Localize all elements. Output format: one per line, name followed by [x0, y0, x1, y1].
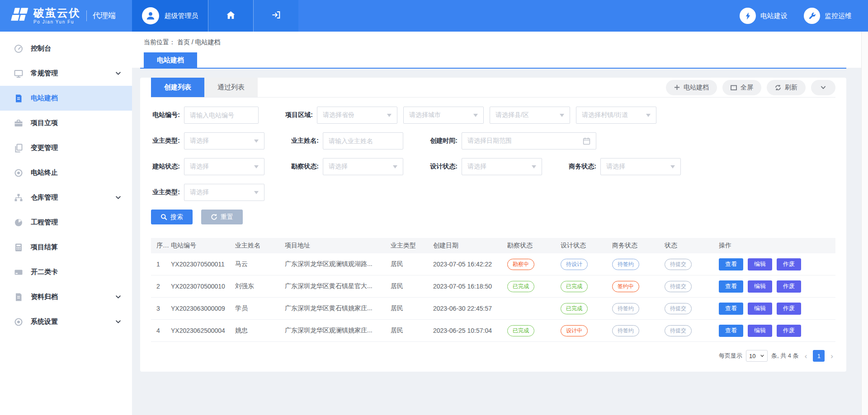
column-header: 商务状态 [612, 242, 665, 250]
cell-station-code: YX2023063000009 [171, 305, 235, 312]
breadcrumb-separator: / [192, 38, 195, 46]
content-area: 当前位置： 首页 / 电站建档 电站建档 创建列表 通过列表 电站建档 [132, 32, 868, 415]
prev-page-button[interactable]: ‹ [802, 352, 810, 360]
per-page-select[interactable]: 10 [746, 350, 768, 362]
city-select[interactable]: 请选择城市 [403, 107, 484, 124]
business-status-badge: 待签约 [612, 325, 639, 336]
survey-status-badge: 勘察中 [507, 259, 534, 270]
document-icon [14, 93, 24, 103]
void-button[interactable]: 作废 [777, 280, 801, 293]
owner-name-input[interactable] [323, 132, 403, 149]
cell-owner-name: 姚忠 [235, 326, 285, 335]
sidebar-item-warehouse-mgmt[interactable]: 仓库管理 [0, 185, 132, 210]
logout-button[interactable] [253, 0, 298, 32]
fullscreen-label: 全屏 [741, 84, 753, 92]
edit-button[interactable]: 编辑 [748, 303, 772, 315]
owner-type-2-label: 业主类型: [151, 188, 180, 196]
portal-label: 代理端 [86, 10, 116, 21]
username: 超级管理员 [165, 12, 198, 20]
owner-type-select[interactable]: 请选择 [184, 132, 264, 149]
sidebar-item-label: 开二类卡 [31, 268, 58, 276]
sidebar-item-general-mgmt[interactable]: 常规管理 [0, 61, 132, 86]
select-caret-icon [254, 191, 259, 194]
sidebar-item-engineering-mgmt[interactable]: 工程管理 [0, 210, 132, 235]
filter-row: 业主类型:请选择 [151, 184, 835, 201]
survey-status-select[interactable]: 请选择 [323, 158, 403, 175]
void-button[interactable]: 作废 [777, 325, 801, 337]
avatar [142, 7, 159, 24]
tab-created-list[interactable]: 创建列表 [151, 78, 204, 97]
filter-field-province: 项目区域:请选择省份 [284, 107, 397, 124]
page-number[interactable]: 1 [813, 350, 825, 362]
sidebar-item-project-approval[interactable]: 项目立项 [0, 111, 132, 135]
sidebar-item-station-termination[interactable]: 电站终止 [0, 160, 132, 185]
vertical-scrollbar[interactable] [861, 32, 868, 415]
fullscreen-button[interactable]: 全屏 [722, 80, 761, 95]
cell-created: 2023-07-05 16:18:50 [433, 283, 507, 290]
brand-logo-icon [9, 5, 29, 27]
column-header: 状态 [665, 242, 719, 250]
table-row: 1YX2023070500011马云广东深圳龙华区观澜镇观湖路...居民2023… [151, 253, 835, 275]
total-count-label: 条, 共 4 条 [771, 352, 799, 360]
create-station-button[interactable]: 电站建档 [666, 80, 717, 95]
view-button[interactable]: 查看 [719, 258, 743, 270]
sidebar-item-class2-card[interactable]: 开二类卡 [0, 260, 132, 284]
next-page-button[interactable]: › [828, 352, 835, 360]
sidebar-item-project-settlement[interactable]: 项目结算 [0, 235, 132, 260]
gauge-icon [14, 218, 24, 228]
select-caret-icon [254, 140, 259, 143]
cell-owner-type: 居民 [391, 304, 433, 312]
edit-button[interactable]: 编辑 [748, 280, 772, 293]
view-button[interactable]: 查看 [719, 280, 743, 293]
town-select[interactable]: 请选择村镇/街道 [576, 107, 656, 124]
reset-label: 重置 [221, 213, 233, 221]
refresh-icon [775, 84, 781, 91]
cell-station-code: YX2023070500011 [171, 261, 235, 268]
filter-field-business-status: 商务状态:请选择 [567, 158, 681, 175]
refresh-button[interactable]: 刷新 [767, 80, 806, 95]
user-segment[interactable]: 超级管理员 [132, 0, 208, 32]
filter-field-create-time: 创建时间:请选择日期范围 [429, 132, 596, 149]
page-title-tab[interactable]: 电站建档 [144, 52, 197, 68]
edit-button[interactable]: 编辑 [748, 258, 772, 270]
submit-status-badge: 待提交 [665, 259, 692, 270]
view-button[interactable]: 查看 [719, 303, 743, 315]
sidebar-item-console[interactable]: 控制台 [0, 36, 132, 61]
briefcase-icon [14, 118, 24, 128]
station-code-input[interactable] [184, 107, 259, 124]
collapse-button[interactable] [811, 80, 835, 95]
cell-actions: 查看编辑作废 [719, 280, 835, 293]
sidebar-item-data-archive[interactable]: 资料归档 [0, 284, 132, 309]
reset-button[interactable]: 重置 [201, 210, 243, 224]
sidebar-item-system-settings[interactable]: 系统设置 [0, 309, 132, 334]
breadcrumb-prefix: 当前位置： [144, 38, 175, 46]
nav-station-build[interactable]: 电站建设 [740, 0, 788, 32]
filter-field-owner-type-2: 业主类型:请选择 [151, 184, 264, 201]
district-select[interactable]: 请选择县/区 [490, 107, 570, 124]
create-time-date-input[interactable]: 请选择日期范围 [462, 132, 596, 149]
tab-passed-list[interactable]: 通过列表 [204, 78, 258, 97]
search-button[interactable]: 搜索 [151, 210, 193, 224]
sidebar-item-label: 系统设置 [31, 317, 58, 326]
province-select[interactable]: 请选择省份 [317, 107, 397, 124]
breadcrumb-strip: 当前位置： 首页 / 电站建档 电站建档 [132, 32, 868, 68]
monitor-icon [14, 69, 24, 79]
edit-button[interactable]: 编辑 [748, 325, 772, 337]
select-caret-icon [473, 114, 478, 117]
void-button[interactable]: 作废 [777, 303, 801, 315]
nav-monitor-ops[interactable]: 监控运维 [804, 0, 852, 32]
column-header: 设计状态 [561, 242, 612, 250]
build-status-select[interactable]: 请选择 [184, 158, 264, 175]
owner-type-2-select[interactable]: 请选择 [184, 184, 264, 201]
home-button[interactable] [208, 0, 253, 32]
void-button[interactable]: 作废 [777, 258, 801, 270]
sidebar-item-station-archive[interactable]: 电站建档 [0, 86, 132, 111]
view-button[interactable]: 查看 [719, 325, 743, 337]
settings-icon [14, 317, 24, 327]
sidebar-item-change-mgmt[interactable]: 变更管理 [0, 135, 132, 160]
copy-icon [14, 143, 24, 153]
business-status-select[interactable]: 请选择 [600, 158, 681, 175]
design-status-select[interactable]: 请选择 [462, 158, 542, 175]
select-caret-icon [670, 165, 675, 168]
breadcrumb-home-link[interactable]: 首页 [177, 38, 190, 46]
